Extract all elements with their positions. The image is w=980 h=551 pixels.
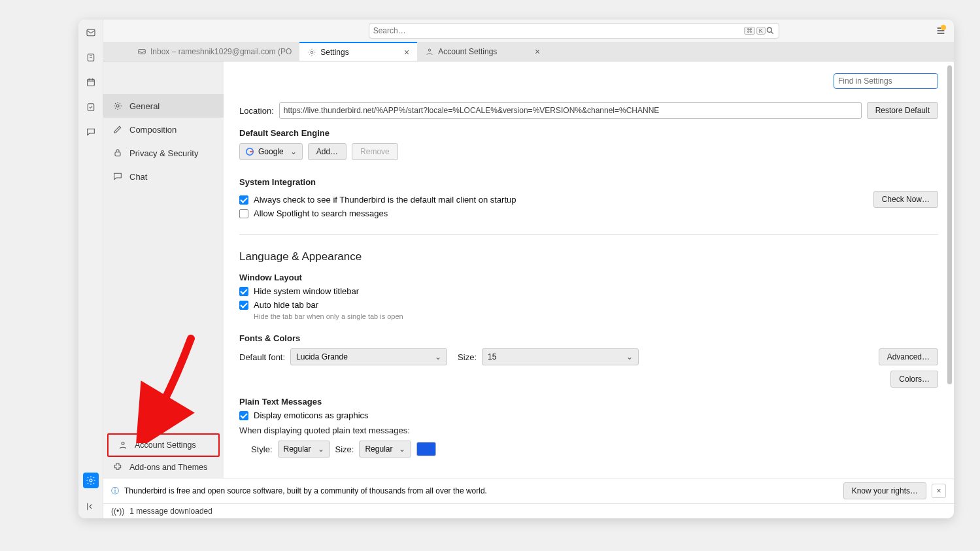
collapse-icon[interactable] <box>84 500 97 513</box>
tab-settings-label: Settings <box>320 48 348 57</box>
hide-titlebar-row[interactable]: Hide system window titlebar <box>239 286 938 296</box>
checkbox-checked-icon[interactable] <box>239 301 248 310</box>
titlebar: ⌘K <box>103 20 954 42</box>
chat-icon[interactable] <box>84 125 97 139</box>
add-engine-button[interactable]: Add… <box>308 143 346 160</box>
default-client-checkbox-row[interactable]: Always check to see if Thunderbird is th… <box>239 195 873 205</box>
advanced-fonts-button[interactable]: Advanced… <box>879 348 938 365</box>
sidebar-account-settings-label: Account Settings <box>135 441 196 450</box>
sidebar-privacy-label: Privacy & Security <box>129 148 198 158</box>
system-integration-heading: System Integration <box>239 177 938 187</box>
restore-default-button[interactable]: Restore Default <box>867 102 938 119</box>
tab-inbox[interactable]: Inbox – rameshnik1029@gmail.com (PO <box>129 42 299 61</box>
checkbox-checked-icon[interactable] <box>239 287 248 296</box>
close-icon[interactable]: × <box>535 47 540 56</box>
font-size-label: Size: <box>458 352 477 362</box>
svg-point-4 <box>90 479 92 482</box>
sidebar-general-label: General <box>129 101 160 111</box>
gear-icon <box>307 48 316 57</box>
svg-point-7 <box>311 51 314 54</box>
svg-point-9 <box>116 105 119 107</box>
spaces-toolbar <box>78 20 103 518</box>
calendar-icon[interactable] <box>84 76 97 89</box>
font-size-select[interactable]: 15 ⌄ <box>482 348 639 365</box>
find-settings-input[interactable] <box>838 76 934 86</box>
mail-icon[interactable] <box>84 26 97 39</box>
language-appearance-heading: Language & Appearance <box>239 250 938 263</box>
colors-button[interactable]: Colors… <box>890 371 938 388</box>
search-input[interactable] <box>373 26 741 35</box>
emoticons-checkbox-row[interactable]: Display emoticons as graphics <box>239 410 938 420</box>
svg-rect-2 <box>87 79 94 86</box>
quoted-style-label: Style: <box>251 444 273 454</box>
footer-bar: ⓘ Thunderbird is free and open source so… <box>103 478 954 503</box>
inbox-tab-icon <box>137 47 146 56</box>
settings-content: Location: Restore Default Default Search… <box>224 61 954 478</box>
sidebar-item-account-settings[interactable]: Account Settings <box>109 435 218 456</box>
close-icon[interactable]: × <box>404 48 409 57</box>
search-engine-select[interactable]: Google ⌄ <box>239 143 303 160</box>
chevron-down-icon: ⌄ <box>290 147 297 156</box>
check-now-button[interactable]: Check Now… <box>873 191 938 208</box>
svg-point-11 <box>122 442 124 444</box>
svg-rect-10 <box>115 152 120 156</box>
search-engine-heading: Default Search Engine <box>239 128 938 138</box>
sidebar-item-composition[interactable]: Composition <box>103 118 224 141</box>
chevron-down-icon: ⌄ <box>626 352 633 361</box>
plain-text-heading: Plain Text Messages <box>239 397 938 407</box>
svg-rect-0 <box>87 29 95 35</box>
sidebar-item-general[interactable]: General <box>103 94 224 118</box>
quoted-color-swatch[interactable] <box>416 442 436 456</box>
quoted-text-label: When displaying quoted plain text messag… <box>239 426 938 435</box>
spotlight-checkbox-row[interactable]: Allow Spotlight to search messages <box>239 209 873 218</box>
svg-point-8 <box>429 48 431 51</box>
auto-hide-tab-row[interactable]: Auto hide tab bar <box>239 300 938 310</box>
chevron-down-icon: ⌄ <box>399 444 405 454</box>
tab-settings[interactable]: Settings × <box>299 42 417 61</box>
tasks-icon[interactable] <box>84 101 97 114</box>
settings-sidebar: General Composition Privacy & Security C… <box>103 61 224 478</box>
know-your-rights-button[interactable]: Know your rights… <box>843 482 926 499</box>
default-font-select[interactable]: Lucida Grande ⌄ <box>290 348 447 365</box>
quoted-size-select[interactable]: Regular⌄ <box>359 441 411 458</box>
tab-bar: Inbox – rameshnik1029@gmail.com (PO Sett… <box>103 42 954 61</box>
content-scrollbar[interactable] <box>947 65 952 474</box>
checkbox-checked-icon[interactable] <box>239 195 248 205</box>
checkbox-checked-icon[interactable] <box>239 411 248 420</box>
search-icon <box>766 26 775 35</box>
addressbook-icon[interactable] <box>84 51 97 64</box>
chevron-down-icon: ⌄ <box>435 352 441 361</box>
location-input[interactable] <box>279 102 862 119</box>
quoted-style-select[interactable]: Regular⌄ <box>278 441 330 458</box>
sidebar-item-privacy[interactable]: Privacy & Security <box>103 141 224 165</box>
footer-text: Thunderbird is free and open source soft… <box>124 486 487 495</box>
settings-icon[interactable] <box>83 473 99 488</box>
window-layout-heading: Window Layout <box>239 273 938 282</box>
sidebar-chat-label: Chat <box>129 172 147 182</box>
activity-icon: ((•)) <box>111 507 124 516</box>
sidebar-addons-label: Add-ons and Themes <box>129 463 207 472</box>
account-tab-icon <box>425 47 434 56</box>
dismiss-footer-button[interactable]: × <box>932 484 946 498</box>
status-bar: ((•)) 1 message downloaded <box>103 503 954 518</box>
global-search[interactable]: ⌘K <box>369 23 779 39</box>
default-font-label: Default font: <box>239 352 285 362</box>
tab-account-settings[interactable]: Account Settings × <box>417 42 548 61</box>
location-label: Location: <box>239 106 274 116</box>
svg-point-5 <box>767 27 771 32</box>
chevron-down-icon: ⌄ <box>318 444 324 454</box>
fonts-colors-heading: Fonts & Colors <box>239 333 938 343</box>
kbd-hint: ⌘K <box>744 27 766 35</box>
sidebar-composition-label: Composition <box>129 125 177 135</box>
sidebar-item-addons[interactable]: Add-ons and Themes <box>103 457 224 478</box>
tab-account-label: Account Settings <box>438 47 497 56</box>
status-text: 1 message downloaded <box>129 507 212 516</box>
find-in-settings[interactable] <box>834 73 938 89</box>
checkbox-unchecked-icon[interactable] <box>239 209 248 218</box>
remove-engine-button: Remove <box>352 143 398 160</box>
info-icon: ⓘ <box>111 486 119 497</box>
quoted-size-label: Size: <box>335 444 354 454</box>
tab-inbox-label: Inbox – rameshnik1029@gmail.com (PO <box>150 47 292 56</box>
auto-hide-hint: Hide the tab bar when only a single tab … <box>254 312 938 320</box>
sidebar-item-chat[interactable]: Chat <box>103 165 224 188</box>
